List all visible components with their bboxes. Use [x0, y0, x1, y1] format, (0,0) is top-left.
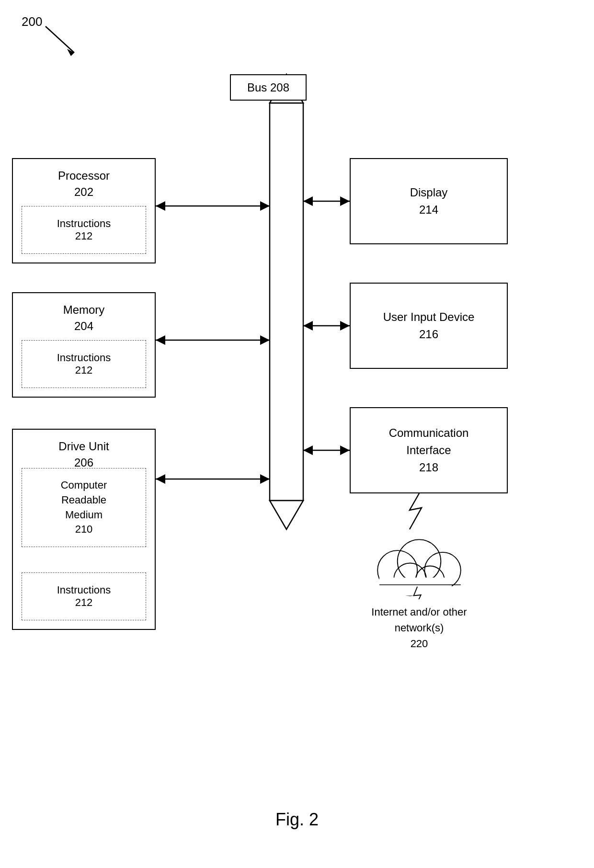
- svg-line-7: [46, 26, 74, 53]
- ref-200-label: 200: [22, 14, 42, 29]
- crm-label: ComputerReadableMedium210: [61, 478, 107, 537]
- memory-instructions: Instructions 212: [22, 340, 146, 388]
- svg-marker-25: [340, 321, 350, 331]
- drive-instructions-label: Instructions: [57, 584, 111, 596]
- comm-box: CommunicationInterface 218: [350, 407, 508, 493]
- bus-box: Bus 208: [230, 74, 307, 101]
- fig-label: Fig. 2: [0, 810, 594, 830]
- svg-marker-26: [303, 321, 313, 331]
- processor-instructions-num: 212: [75, 230, 93, 242]
- diagram-container: 200 Bus 208 Processor202 Instructions 21…: [0, 0, 594, 868]
- internet-cloud: Internet and/or othernetwork(s)220: [316, 527, 522, 651]
- comm-title: CommunicationInterface: [389, 424, 469, 459]
- svg-rect-5: [379, 578, 452, 596]
- memory-box: Memory204 Instructions 212: [12, 292, 156, 398]
- memory-instructions-num: 212: [75, 364, 93, 377]
- uid-box: User Input Device 216: [350, 283, 508, 369]
- svg-marker-22: [340, 196, 350, 206]
- svg-marker-8: [67, 49, 74, 56]
- cloud-svg: [328, 527, 510, 599]
- processor-title: Processor202: [13, 168, 155, 200]
- internet-label: Internet and/or othernetwork(s)220: [371, 604, 467, 651]
- uid-number: 216: [419, 326, 438, 343]
- svg-marker-29: [303, 445, 313, 455]
- svg-marker-19: [156, 474, 165, 484]
- svg-marker-11: [270, 501, 303, 529]
- uid-title: User Input Device: [383, 308, 475, 326]
- crm-box: ComputerReadableMedium210: [22, 468, 146, 547]
- display-box: Display 214: [350, 158, 508, 244]
- processor-box: Processor202 Instructions 212: [12, 158, 156, 263]
- drive-instructions: Instructions 212: [22, 572, 146, 620]
- svg-marker-13: [156, 201, 165, 211]
- display-number: 214: [419, 201, 438, 218]
- svg-marker-20: [260, 474, 270, 484]
- processor-instructions-label: Instructions: [57, 217, 111, 230]
- svg-rect-9: [270, 103, 303, 501]
- drive-box: Drive Unit206 ComputerReadableMedium210 …: [12, 429, 156, 630]
- memory-title: Memory204: [13, 302, 155, 334]
- svg-marker-16: [156, 335, 165, 345]
- drive-instructions-num: 212: [75, 596, 93, 609]
- display-title: Display: [410, 184, 448, 201]
- svg-marker-17: [260, 335, 270, 345]
- svg-marker-23: [303, 196, 313, 206]
- svg-marker-14: [260, 201, 270, 211]
- svg-point-1: [398, 539, 441, 583]
- memory-instructions-label: Instructions: [57, 352, 111, 364]
- processor-instructions: Instructions 212: [22, 206, 146, 254]
- comm-number: 218: [419, 459, 438, 476]
- drive-title: Drive Unit206: [13, 438, 155, 470]
- svg-marker-28: [340, 445, 350, 455]
